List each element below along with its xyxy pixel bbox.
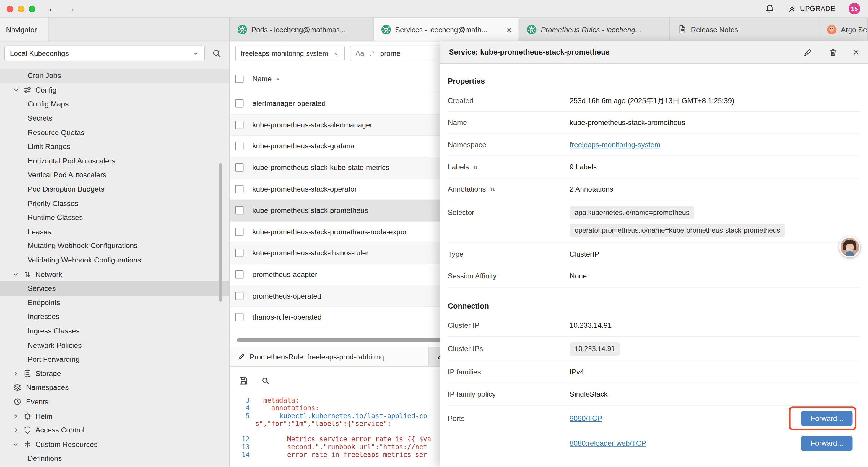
freelens-window: ← → UPGRADE 15 Navigator Pods - icecheng…	[0, 0, 868, 467]
shield-icon	[23, 426, 32, 434]
sidebar-item-mutating-webhook-configurations[interactable]: Mutating Webhook Configurations	[0, 239, 229, 253]
chevron-down-icon	[333, 50, 339, 57]
labels-expand-icon[interactable]	[472, 164, 479, 170]
pencil-icon	[238, 353, 245, 360]
kubernetes-icon	[381, 25, 391, 34]
sidebar-item-vertical-pod-autoscalers[interactable]: Vertical Pod Autoscalers	[0, 168, 229, 182]
row-type: Type ClusterIP	[448, 243, 860, 265]
sidebar-item-access-control[interactable]: Access Control	[0, 423, 229, 437]
forward-button[interactable]: Forward...	[801, 436, 852, 451]
chevron-right-icon	[12, 370, 20, 377]
properties-section-title: Properties	[448, 77, 860, 85]
forward-arrow-icon[interactable]: →	[66, 4, 75, 13]
tab-services[interactable]: Services - icecheng@math... ×	[374, 18, 519, 41]
sidebar-item-network-policies[interactable]: Network Policies	[0, 338, 229, 352]
sidebar-item-storage[interactable]: Storage	[0, 366, 229, 380]
sidebar-item-secrets[interactable]: Secrets	[0, 111, 229, 125]
navigator-tree: Cron Jobs Config Config Maps Secrets Res…	[0, 65, 229, 466]
chevron-down-icon	[192, 50, 199, 57]
sidebar-item-helm[interactable]: Helm	[0, 409, 229, 423]
custom-resources-icon	[23, 440, 32, 448]
minimize-window-button[interactable]	[18, 5, 24, 12]
sidebar-item-events[interactable]: Events	[0, 395, 229, 409]
row-checkbox[interactable]	[235, 249, 243, 257]
sidebar-scrollbar[interactable]	[219, 164, 222, 302]
tab-prometheus-rules[interactable]: Prometheus Rules - icecheng...	[519, 18, 670, 41]
edit-pencil-icon[interactable]	[802, 47, 813, 58]
sidebar-item-resource-quotas[interactable]: Resource Quotas	[0, 125, 229, 140]
tab-argo[interactable]: Argo Se	[819, 18, 868, 41]
kubeconfig-select[interactable]: Local Kubeconfigs	[4, 46, 205, 61]
sidebar-item-endpoints[interactable]: Endpoints	[0, 296, 229, 310]
upgrade-button[interactable]: UPGRADE	[788, 4, 835, 13]
chevron-down-icon	[12, 271, 20, 278]
sidebar-item-runtime-classes[interactable]: Runtime Classes	[0, 210, 229, 225]
save-icon[interactable]	[238, 375, 249, 386]
editor-search-icon[interactable]	[260, 375, 271, 386]
name-column-header[interactable]: Name	[252, 75, 281, 83]
sidebar-item-limit-ranges[interactable]: Limit Ranges	[0, 140, 229, 154]
kubernetes-icon	[238, 25, 247, 34]
notifications-bell-icon[interactable]	[765, 4, 775, 13]
sidebar-item-config-maps[interactable]: Config Maps	[0, 97, 229, 111]
row-checkbox[interactable]	[235, 142, 243, 150]
sidebar-item-config[interactable]: Config	[0, 83, 229, 97]
sidebar-search-button[interactable]	[208, 45, 225, 62]
sidebar-item-pod-disruption-budgets[interactable]: Pod Disruption Budgets	[0, 182, 229, 196]
close-drawer-icon[interactable]: ×	[853, 47, 859, 58]
tab-release-notes[interactable]: Release Notes	[670, 18, 819, 41]
sidebar-item-cron-jobs[interactable]: Cron Jobs	[0, 68, 229, 83]
match-case-toggle[interactable]: Aa	[355, 49, 364, 58]
service-details-drawer: Service: kube-prometheus-stack-prometheu…	[440, 42, 868, 467]
sidebar-item-network[interactable]: Network	[0, 267, 229, 282]
row-checkbox[interactable]	[235, 121, 243, 129]
regex-toggle[interactable]: .*	[370, 49, 374, 58]
close-window-button[interactable]	[6, 5, 13, 12]
sidebar-item-ingresses[interactable]: Ingresses	[0, 310, 229, 324]
dock-tab-prometheusrule[interactable]: PrometheusRule: freeleaps-prod-rabbitmq	[230, 347, 429, 366]
drawer-title: Service: kube-prometheus-stack-prometheu…	[449, 48, 788, 56]
sidebar-item-horizontal-pod-autoscalers[interactable]: Horizontal Pod Autoscalers	[0, 154, 229, 168]
select-all-checkbox[interactable]	[235, 75, 243, 83]
sidebar-item-ingress-classes[interactable]: Ingress Classes	[0, 324, 229, 338]
port-link[interactable]: 8080:reloader-web/TCP	[569, 439, 646, 447]
tab-pods[interactable]: Pods - icecheng@mathmas...	[230, 18, 374, 41]
selector-chip: app.kubernetes.io/name=prometheus	[569, 206, 694, 219]
row-port-8080: 8080:reloader-web/TCP Forward...	[448, 431, 860, 455]
row-checkbox[interactable]	[235, 185, 243, 193]
row-checkbox[interactable]	[235, 99, 243, 108]
cluster-tabs: Pods - icecheng@mathmas... Services - ic…	[230, 18, 868, 41]
delete-trash-icon[interactable]	[828, 47, 838, 58]
row-checkbox[interactable]	[235, 164, 243, 172]
helm-icon	[23, 412, 32, 420]
upgrade-label: UPGRADE	[800, 5, 836, 12]
forward-button[interactable]: Forward...	[801, 411, 852, 426]
sidebar-item-leases[interactable]: Leases	[0, 225, 229, 239]
sidebar-item-validating-webhook-configurations[interactable]: Validating Webhook Configurations	[0, 253, 229, 267]
back-arrow-icon[interactable]: ←	[48, 4, 57, 13]
row-checkbox[interactable]	[235, 270, 243, 279]
maximize-window-button[interactable]	[29, 5, 35, 12]
namespace-link[interactable]: freeleaps-monitoring-system	[569, 141, 660, 149]
row-checkbox[interactable]	[235, 228, 243, 236]
row-session-affinity: Session Affinity None	[448, 265, 860, 288]
namespace-select[interactable]: freeleaps-monitoring-system	[235, 46, 345, 61]
notification-count-badge[interactable]: 15	[848, 3, 860, 14]
avatar[interactable]	[839, 236, 860, 258]
row-checkbox[interactable]	[235, 292, 243, 300]
drawer-header: Service: kube-prometheus-stack-prometheu…	[440, 42, 868, 64]
row-checkbox[interactable]	[235, 206, 243, 214]
namespaces-icon	[13, 383, 22, 391]
sidebar-item-port-forwarding[interactable]: Port Forwarding	[0, 352, 229, 366]
sidebar-item-services[interactable]: Services	[0, 282, 229, 296]
navigator-panel-tab[interactable]: Navigator	[0, 18, 49, 41]
sidebar-item-namespaces[interactable]: Namespaces	[0, 380, 229, 395]
annotations-expand-icon[interactable]	[489, 186, 496, 193]
row-checkbox[interactable]	[235, 313, 243, 321]
sidebar-item-definitions[interactable]: Definitions	[0, 451, 229, 466]
sidebar-item-custom-resources[interactable]: Custom Resources	[0, 437, 229, 451]
sidebar-item-priority-classes[interactable]: Priority Classes	[0, 196, 229, 210]
row-labels: Labels 9 Labels	[448, 156, 860, 178]
port-link[interactable]: 9090/TCP	[569, 414, 602, 422]
close-tab-icon[interactable]: ×	[505, 25, 513, 34]
